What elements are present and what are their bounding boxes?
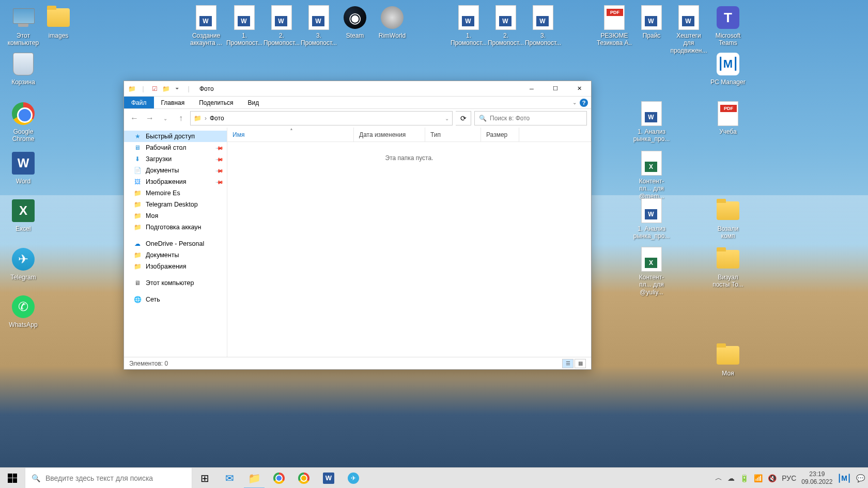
desktop-icon[interactable]: 1. Анализ рынка_про...: [632, 101, 671, 143]
language-indicator[interactable]: РУС: [782, 474, 796, 482]
quick-access-toolbar: 📁 | ☑ 📁 ⏷ |: [124, 84, 196, 93]
properties-icon[interactable]: ☑: [150, 84, 159, 93]
desktop-icon[interactable]: Возали комп: [709, 198, 747, 240]
address-bar[interactable]: 📁 › Фото ⌄: [190, 111, 453, 125]
search-input[interactable]: [490, 115, 582, 122]
recent-dropdown[interactable]: ⌄: [159, 112, 172, 124]
nav-item[interactable]: 📁Моя: [124, 210, 227, 222]
tab-file[interactable]: Файл: [124, 97, 154, 108]
refresh-button[interactable]: ⟳: [456, 111, 471, 125]
tray-overflow-icon[interactable]: ︿: [715, 474, 722, 483]
clock[interactable]: 23:19 09.06.2022: [801, 470, 832, 485]
ribbon-expand-icon[interactable]: ⌄: [572, 100, 577, 105]
pcmanager-tray-icon[interactable]: ⎮M⎮: [838, 474, 851, 482]
nav-item[interactable]: ☁OneDrive - Personal: [124, 238, 227, 249]
nav-item[interactable]: 📄Документы📌: [124, 165, 227, 176]
new-folder-icon[interactable]: 📁: [161, 84, 171, 93]
nav-item[interactable]: ★Быстрый доступ: [124, 131, 227, 142]
maximize-button[interactable]: ☐: [544, 81, 567, 97]
column-type[interactable]: Тип: [425, 128, 481, 141]
back-button[interactable]: ←: [128, 112, 141, 124]
desktop-icon[interactable]: 3. Промопост...: [300, 5, 338, 47]
forward-button[interactable]: →: [144, 112, 156, 124]
nav-item[interactable]: 🌐Сеть: [124, 294, 227, 305]
close-button[interactable]: ✕: [567, 81, 591, 97]
desktop-icon[interactable]: Контент-пл... для @mem...: [632, 151, 671, 200]
battery-tray-icon[interactable]: 🔋: [740, 474, 749, 482]
minimize-button[interactable]: ─: [520, 81, 544, 97]
column-name[interactable]: Имя: [227, 128, 354, 141]
desktop-icon[interactable]: Контент-пл... для @yuliy...: [632, 247, 671, 296]
address-dropdown-icon[interactable]: ⌄: [445, 116, 449, 121]
desktop-icon[interactable]: ✆WhatsApp: [4, 294, 42, 328]
column-date[interactable]: Дата изменения: [354, 128, 425, 141]
mail-app-icon[interactable]: ✉: [217, 468, 242, 489]
desktop-icon[interactable]: Прайс: [632, 5, 671, 39]
nav-item[interactable]: 📁Memoire Es: [124, 187, 227, 199]
desktop-icon[interactable]: ⎮M⎮PC Manager: [709, 52, 747, 86]
nav-item[interactable]: 📁Изображения: [124, 261, 227, 272]
breadcrumb-item[interactable]: Фото: [210, 115, 224, 122]
explorer-app-icon[interactable]: 📁: [242, 468, 267, 489]
up-button[interactable]: ↑: [175, 112, 187, 124]
nav-item[interactable]: 🖥Рабочий стол📌: [124, 142, 227, 153]
desktop-icon[interactable]: XExcel: [4, 198, 42, 232]
pin-icon: 📌: [215, 155, 224, 163]
desktop-icon-label: Word: [15, 178, 32, 185]
tab-home[interactable]: Главная: [154, 97, 192, 108]
task-view-button[interactable]: ⊞: [192, 468, 217, 489]
start-button[interactable]: [0, 468, 25, 489]
desktop-icon[interactable]: images: [39, 5, 78, 39]
nav-item[interactable]: 📁Документы: [124, 249, 227, 261]
qat-dropdown-icon[interactable]: ⏷: [173, 84, 182, 93]
notifications-icon[interactable]: 💬: [856, 474, 865, 482]
desktop-icon[interactable]: 1. Анализ рынка_про...: [632, 198, 671, 240]
column-size[interactable]: Размер: [481, 128, 519, 141]
desktop-icon[interactable]: 1. Промопост...: [450, 5, 488, 47]
desktop-icon[interactable]: Визуал посты То...: [709, 247, 747, 289]
word-app-icon[interactable]: W: [316, 468, 341, 489]
desktop-icon[interactable]: ◉Steam: [336, 5, 374, 39]
desktop-icon[interactable]: Создание аккаунта ...: [187, 5, 225, 47]
desktop-icon[interactable]: Хештеги для продвижен...: [670, 5, 708, 54]
wifi-tray-icon[interactable]: 📶: [754, 474, 763, 482]
view-icons-button[interactable]: ▦: [575, 359, 586, 368]
nav-item[interactable]: 🖼Изображения📌: [124, 176, 227, 187]
desktop-icon[interactable]: Корзина: [4, 52, 42, 86]
search-box[interactable]: 🔍: [474, 111, 587, 125]
tab-view[interactable]: Вид: [240, 97, 266, 108]
nav-item[interactable]: 📁Telegram Desktop: [124, 199, 227, 210]
chrome-canary-icon[interactable]: [291, 468, 316, 489]
telegram-app-icon[interactable]: ✈: [341, 468, 366, 489]
desktop-icon[interactable]: WWord: [4, 151, 42, 185]
desktop-icon[interactable]: TMicrosoft Teams: [709, 5, 747, 47]
desktop-icon[interactable]: 3. Промопост...: [524, 5, 562, 47]
desktop-icon[interactable]: 2. Промопост...: [262, 5, 301, 47]
desktop-icon[interactable]: 1. Промопост...: [225, 5, 264, 47]
view-details-button[interactable]: ☰: [562, 359, 574, 368]
onedrive-tray-icon[interactable]: ☁: [727, 474, 735, 482]
desktop-icon[interactable]: Этот компьютер: [4, 5, 42, 47]
chrome-app-icon[interactable]: [267, 468, 291, 489]
ribbon-tabs: Файл Главная Поделиться Вид ⌄ ?: [124, 97, 591, 109]
desktop-icon[interactable]: Учеба: [709, 101, 747, 135]
desktop-icon[interactable]: ✈Telegram: [4, 247, 42, 281]
taskbar-search[interactable]: 🔍: [25, 468, 192, 489]
nav-item[interactable]: 📁Подготовка аккаун: [124, 222, 227, 233]
titlebar[interactable]: 📁 | ☑ 📁 ⏷ | Фото ─ ☐ ✕: [124, 81, 591, 97]
nav-item[interactable]: 🖥Этот компьютер: [124, 277, 227, 289]
help-icon[interactable]: ?: [580, 99, 588, 107]
desktop-icon[interactable]: Моя: [709, 343, 747, 377]
od-icon: ☁: [133, 240, 142, 248]
desktop-icon[interactable]: Google Chrome: [4, 101, 42, 143]
volume-tray-icon[interactable]: 🔇: [768, 474, 777, 482]
nav-item[interactable]: ⬇Загрузки📌: [124, 153, 227, 165]
doc-icon: 📄: [133, 166, 142, 175]
pcm-icon: ⎮M⎮: [716, 52, 740, 76]
taskbar-search-input[interactable]: [45, 474, 185, 482]
desktop-icon[interactable]: 2. Промопост...: [487, 5, 525, 47]
tab-share[interactable]: Поделиться: [192, 97, 240, 108]
desktop-icon[interactable]: RimWorld: [373, 5, 411, 39]
desktop-icon[interactable]: РЕЗЮМЕ Тезикова А..: [595, 5, 633, 47]
pdf-icon: [602, 5, 627, 30]
